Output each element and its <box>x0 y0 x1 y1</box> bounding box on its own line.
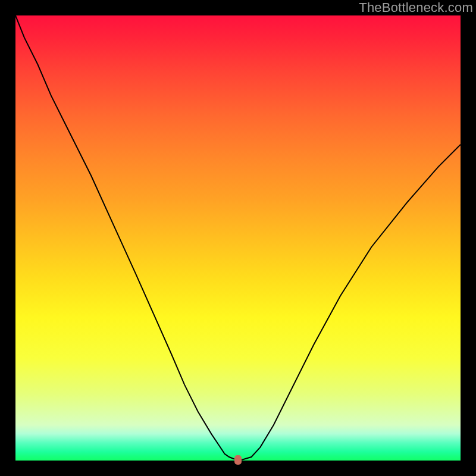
watermark-text: TheBottleneck.com <box>359 0 473 15</box>
optimal-point-marker <box>234 455 242 465</box>
plot-area <box>15 15 461 461</box>
bottleneck-curve <box>15 15 461 461</box>
curve-path <box>15 15 461 460</box>
chart-frame: TheBottleneck.com <box>0 0 476 476</box>
